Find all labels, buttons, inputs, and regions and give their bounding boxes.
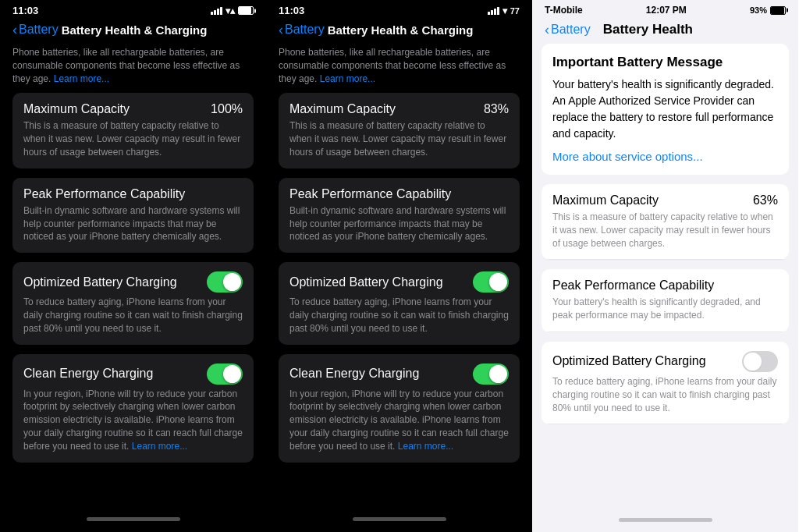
home-indicator-3: [619, 518, 712, 522]
status-icons-3: 93%: [750, 5, 786, 15]
carrier-3: T-Mobile: [545, 5, 583, 16]
max-capacity-row-2: Maximum Capacity 83% This is a measure o…: [279, 93, 520, 168]
max-capacity-card-3: Maximum Capacity 63% This is a measure o…: [542, 184, 789, 260]
info-text-1: Phone batteries, like all rechargeable b…: [12, 43, 254, 85]
status-bar-2: 11:03 ▾ 77: [266, 0, 532, 20]
clean-energy-toggle-1[interactable]: [207, 364, 243, 385]
nav-header-1: ‹ Battery Battery Health & Charging: [0, 20, 266, 43]
info-text-2: Phone batteries, like all rechargeable b…: [279, 43, 520, 85]
back-button-3[interactable]: ‹ Battery: [545, 23, 591, 37]
learn-more-link-2[interactable]: Learn more...: [320, 73, 375, 84]
max-capacity-card-1: Maximum Capacity 100% This is a measure …: [12, 93, 254, 168]
clean-energy-row-1: Clean Energy Charging In your region, iP…: [12, 354, 254, 463]
home-indicator-2: [353, 517, 446, 521]
opt-charging-toggle-1[interactable]: [207, 271, 243, 293]
battery-indicator-1: [238, 6, 254, 15]
time-1: 11:03: [12, 5, 38, 16]
max-capacity-card-2: Maximum Capacity 83% This is a measure o…: [279, 93, 520, 168]
signal-icon-1: [211, 7, 222, 15]
status-bar-3: T-Mobile 12:07 PM 93%: [532, 0, 798, 19]
battery-pct-3: 93%: [750, 5, 767, 15]
panel-3: T-Mobile 12:07 PM 93% ‹ Battery Battery …: [532, 0, 798, 532]
clean-learn-more-link-1[interactable]: Learn more...: [132, 441, 187, 452]
page-title-2: Battery Health & Charging: [328, 23, 474, 37]
opt-charging-row-1: Optimized Battery Charging To reduce bat…: [12, 262, 254, 344]
peak-row-3: Peak Performance Capability Your battery…: [542, 269, 789, 332]
clean-learn-more-link-2[interactable]: Learn more...: [398, 441, 453, 452]
clean-energy-toggle-2[interactable]: [473, 364, 509, 385]
learn-more-link-1[interactable]: Learn more...: [54, 73, 109, 84]
page-title-1: Battery Health & Charging: [62, 23, 208, 37]
panel-2: 11:03 ▾ 77 ‹ Battery Battery Health & Ch…: [266, 0, 532, 532]
clean-energy-card-1: Clean Energy Charging In your region, iP…: [12, 354, 254, 463]
content-3: Important Battery Message Your battery's…: [532, 44, 798, 513]
back-chevron-icon-1: ‹: [12, 23, 17, 37]
max-capacity-row-3: Maximum Capacity 63% This is a measure o…: [542, 184, 789, 260]
signal-icon-2: [488, 7, 499, 15]
important-title: Important Battery Message: [552, 55, 778, 70]
time-2: 11:03: [279, 5, 304, 16]
status-icons-1: ▾▴: [211, 5, 254, 16]
peak-row-1: Peak Performance Capability Built-in dyn…: [12, 178, 254, 253]
back-button-1[interactable]: ‹ Battery: [12, 23, 59, 37]
peak-row-2: Peak Performance Capability Built-in dyn…: [279, 178, 520, 253]
page-title-3: Battery Health: [603, 22, 693, 37]
opt-charging-toggle-3[interactable]: [742, 351, 778, 372]
status-icons-2: ▾ 77: [488, 5, 520, 16]
clean-energy-card-2: Clean Energy Charging In your region, iP…: [279, 354, 520, 463]
peak-card-1: Peak Performance Capability Built-in dyn…: [12, 178, 254, 253]
clean-energy-row-2: Clean Energy Charging In your region, iP…: [279, 354, 520, 463]
nav-header-3: ‹ Battery Battery Health: [532, 19, 798, 44]
nav-header-2: ‹ Battery Battery Health & Charging: [266, 20, 532, 43]
content-1: Phone batteries, like all rechargeable b…: [0, 43, 266, 512]
opt-charging-card-1: Optimized Battery Charging To reduce bat…: [12, 262, 254, 344]
more-service-link[interactable]: More about service options...: [552, 150, 703, 163]
battery-icon-3: [770, 6, 786, 15]
content-2: Phone batteries, like all rechargeable b…: [266, 43, 532, 512]
back-chevron-icon-2: ‹: [279, 23, 283, 37]
panel-1: 11:03 ▾▴ ‹ Battery Battery Health & Char…: [0, 0, 266, 532]
opt-charging-card-3: Optimized Battery Charging To reduce bat…: [542, 342, 789, 424]
opt-charging-row-2: Optimized Battery Charging To reduce bat…: [279, 262, 520, 344]
wifi-icon-1: ▾▴: [225, 5, 235, 16]
home-indicator-1: [87, 517, 180, 521]
opt-charging-toggle-2[interactable]: [473, 271, 509, 293]
important-body: Your battery's health is significantly d…: [552, 76, 778, 142]
important-message-card: Important Battery Message Your battery's…: [542, 44, 789, 175]
battery-text-2: 77: [510, 6, 520, 16]
peak-card-3: Peak Performance Capability Your battery…: [542, 269, 789, 332]
back-chevron-icon-3: ‹: [545, 23, 549, 37]
opt-charging-card-2: Optimized Battery Charging To reduce bat…: [279, 262, 520, 344]
max-capacity-row-1: Maximum Capacity 100% This is a measure …: [12, 93, 254, 168]
back-button-2[interactable]: ‹ Battery: [279, 23, 325, 37]
status-bar-1: 11:03 ▾▴: [0, 0, 266, 20]
opt-charging-row-3: Optimized Battery Charging To reduce bat…: [542, 342, 789, 424]
peak-card-2: Peak Performance Capability Built-in dyn…: [279, 178, 520, 253]
time-3: 12:07 PM: [646, 5, 687, 16]
wifi-icon-2: ▾: [502, 5, 507, 16]
